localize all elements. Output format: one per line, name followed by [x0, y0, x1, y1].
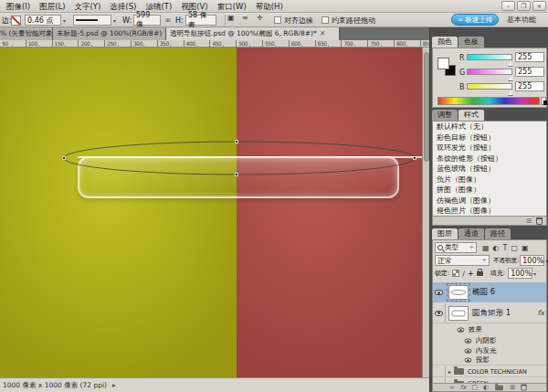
status-arrow-icon[interactable]: ▸ — [112, 381, 116, 389]
align-edges-checkbox[interactable]: 对齐边缘 — [274, 13, 313, 27]
layer-row-rounded-rect[interactable]: 圆角矩形 1 fx — [433, 303, 546, 323]
effect-drop-shadow-row[interactable]: 投影 — [433, 355, 546, 366]
fill-field[interactable]: 100% ▾ — [508, 268, 532, 279]
blue-slider[interactable] — [467, 83, 512, 90]
tab-document-1[interactable]: % (矢量智能对象, RGB/8#)× — [0, 27, 53, 40]
eye-icon[interactable] — [465, 348, 472, 353]
effects-header-row[interactable]: 效果 — [433, 324, 546, 334]
layer-mask-icon[interactable]: ▢ — [471, 384, 478, 391]
stroke-type-dropdown[interactable]: ▾ — [73, 13, 116, 27]
style-item[interactable]: 负片（图像） — [433, 175, 546, 185]
chevron-down-icon[interactable]: ▾ — [63, 17, 66, 24]
fx-badge[interactable]: fx — [537, 309, 544, 317]
path-anchor-left[interactable] — [62, 156, 66, 160]
style-item[interactable]: 默认样式（无） — [433, 122, 546, 132]
green-value-field[interactable]: 255 — [515, 67, 544, 77]
red-slider-handle[interactable] — [508, 61, 513, 66]
layer-filter-dropdown[interactable]: 类型 ÷ — [435, 242, 477, 253]
delete-style-icon[interactable] — [536, 217, 543, 225]
layer-name[interactable]: 圆角矩形 1 — [472, 308, 511, 319]
link-layers-icon[interactable]: ∞ — [449, 384, 455, 391]
vertical-scrollbar[interactable] — [422, 48, 429, 377]
menu-window[interactable]: 窗口(W) — [213, 0, 251, 13]
path-anchor-bottom[interactable] — [235, 173, 238, 176]
close-button[interactable]: × — [532, 1, 546, 11]
stroke-width-field[interactable]: 0.46 点 ▾ — [25, 13, 66, 27]
group-row-color-technician[interactable]: ▸ COLOR TECHNICIAN — [433, 366, 546, 377]
menu-help[interactable]: 帮助(H) — [251, 0, 288, 13]
blue-slider-handle[interactable] — [508, 90, 513, 95]
eye-icon[interactable] — [465, 357, 472, 362]
shape-height-field[interactable]: 58 像素 — [185, 13, 216, 27]
tab-document-3-active[interactable]: 透明导航按钮.psd @ 100%(椭圆 6, RGB/8#)*× — [166, 27, 340, 40]
close-icon[interactable]: × — [320, 27, 326, 40]
shape-width-field[interactable]: 599 像 — [133, 13, 161, 27]
style-item[interactable]: 双环发光（按钮） — [433, 143, 546, 154]
path-alignment-icon[interactable]: ≡ — [241, 13, 254, 24]
eye-icon[interactable] — [458, 327, 465, 332]
color-spectrum-ramp[interactable] — [437, 97, 540, 105]
new-layer-icon[interactable]: ⊞ — [510, 384, 515, 391]
blue-value-field[interactable]: 255 — [515, 81, 544, 91]
tab-styles[interactable]: 样式 — [458, 110, 484, 121]
opacity-field[interactable]: 100% ▾ — [520, 255, 544, 266]
tab-adjustments[interactable]: 调整 — [432, 110, 458, 121]
path-anchor-top[interactable] — [235, 140, 238, 143]
foreground-color-swatch[interactable] — [437, 58, 449, 69]
lock-all-icon[interactable] — [477, 271, 483, 276]
path-anchor-right[interactable] — [413, 156, 416, 160]
new-group-icon[interactable] — [495, 385, 503, 390]
adjustment-layer-icon[interactable]: ◐ — [483, 384, 489, 391]
tab-paths[interactable]: 路径 — [485, 228, 511, 239]
canvas[interactable] — [0, 48, 422, 377]
visibility-cell[interactable] — [433, 303, 446, 323]
style-item[interactable]: 仿褐色调（图像） — [433, 196, 546, 207]
new-style-icon[interactable]: ⊞ — [526, 217, 532, 225]
minimize-button[interactable]: – — [501, 1, 515, 11]
tab-color[interactable]: 颜色 — [432, 37, 458, 48]
effect-inner-shadow-row[interactable]: 内阴影 — [433, 335, 546, 345]
tab-channels[interactable]: 通道 — [458, 228, 484, 239]
link-dimensions-icon[interactable]: ∞ — [164, 13, 172, 27]
style-item[interactable]: 彩色目标（按钮） — [433, 132, 546, 143]
style-item[interactable]: 褪色照片（图像） — [433, 206, 546, 217]
style-item[interactable]: 条纹的锥形（按钮） — [433, 154, 546, 164]
stroke-color-swatch[interactable] — [11, 13, 21, 27]
delete-layer-icon[interactable] — [521, 384, 526, 390]
tab-document-2[interactable]: 未标题-5.psd @ 100%(RGB/8#)× — [53, 27, 166, 40]
workspace-switcher[interactable]: 基本功能 — [503, 14, 540, 26]
layer-row-ellipse6[interactable]: 椭圆 6 — [433, 282, 546, 302]
quick-upload-button[interactable]: ∞极速上传 — [451, 14, 499, 26]
layer-name[interactable]: 椭圆 6 — [472, 287, 495, 298]
menu-layer[interactable]: 图层(L) — [35, 0, 69, 13]
style-item[interactable]: 蓝色玻璃（按钮） — [433, 164, 546, 175]
menu-image[interactable]: 图像(I) — [2, 0, 35, 13]
style-item[interactable]: 拼图（图像） — [433, 185, 546, 196]
triangle-right-icon[interactable]: ▸ — [448, 368, 451, 375]
layer-thumbnail[interactable] — [448, 285, 469, 300]
filter-kind-icons[interactable]: ▦◐T▢▣ — [482, 244, 532, 252]
effect-inner-glow-row[interactable]: 内发光 — [433, 345, 546, 355]
lock-transparency-icon[interactable] — [452, 270, 459, 277]
eye-icon[interactable] — [465, 338, 472, 343]
tab-layers[interactable]: 图层 — [432, 228, 458, 239]
restore-button[interactable]: ❐ — [517, 1, 531, 11]
group-name[interactable]: COLOR TECHNICIAN — [468, 368, 527, 376]
red-slider[interactable] — [467, 54, 512, 60]
red-value-field[interactable]: 255 — [515, 52, 544, 62]
tab-swatches[interactable]: 色板 — [458, 37, 484, 48]
blend-mode-dropdown[interactable]: 正常 ÷ — [435, 255, 490, 266]
lock-pixels-icon[interactable]: ∕ — [462, 270, 465, 278]
layer-style-icon[interactable]: fx — [460, 384, 467, 391]
path-operations-icon[interactable]: ▣ — [227, 13, 239, 24]
menu-type[interactable]: 文字(Y) — [70, 0, 106, 13]
lock-position-icon[interactable]: + — [468, 270, 474, 278]
visibility-cell[interactable] — [433, 366, 446, 377]
ellipse-path-outline[interactable] — [0, 48, 422, 377]
visibility-cell[interactable] — [433, 282, 446, 302]
constrain-path-checkbox[interactable]: 约束路径拖动 — [321, 13, 375, 27]
path-arrangement-icon[interactable]: ✛ — [256, 13, 269, 24]
green-slider-handle[interactable] — [508, 76, 513, 80]
layer-thumbnail[interactable] — [448, 306, 469, 321]
black-swatch[interactable] — [543, 101, 547, 105]
